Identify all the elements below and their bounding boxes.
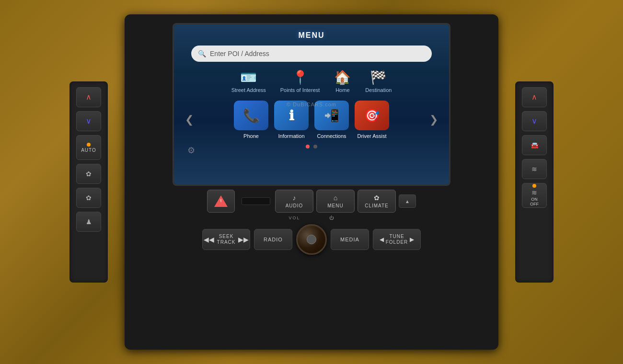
information-label: Information (278, 133, 304, 139)
seek-back-icon: ◀◀ (204, 236, 214, 243)
phone-icon-box: 📞 (234, 101, 268, 130)
dot-2 (313, 145, 317, 148)
radio-button[interactable]: RADIO (254, 229, 292, 250)
fan2-icon: ✿ (86, 194, 92, 202)
menu-label: MENU (327, 203, 343, 208)
street-address-button[interactable]: 🪪 Street Address (231, 69, 266, 93)
auto-label: AUTO (81, 148, 96, 153)
menu-button[interactable]: ⌂ MENU (316, 190, 355, 213)
right-down-button[interactable]: ∨ (522, 111, 547, 131)
information-app-button[interactable]: ℹ Information (274, 101, 309, 139)
tune-back-icon: ◀ (380, 236, 384, 243)
power-label: ⏻ (329, 216, 335, 220)
climate-label: CLIMATE (365, 203, 389, 208)
off-label: OFF (530, 202, 539, 207)
wood-panel: ∧ ∨ AUTO ✿ ✿ ♟ ∧ ∨ 🚘 ≋ (0, 0, 623, 364)
seek-fwd-icon: ▶▶ (238, 236, 249, 243)
driver-assist-label: Driver Assist (357, 133, 386, 139)
seek-track-button[interactable]: ◀◀ SEEKTRACK ▶▶ (202, 229, 250, 250)
right-arrow-button[interactable]: ❯ (428, 114, 439, 126)
left-arrow-button[interactable]: ❮ (184, 114, 195, 126)
hazard-button[interactable]: ! (207, 190, 235, 213)
left-up-button[interactable]: ∧ (76, 87, 101, 107)
app-row-container: ❮ 📞 Phone ℹ Information (184, 101, 439, 139)
eject-button[interactable]: ▲ (399, 194, 416, 208)
transport-controls-row: ◀◀ SEEKTRACK ▶▶ RADIO MEDIA ◀ TUN (173, 224, 450, 255)
front-defrost-icon: ≋ (531, 165, 537, 173)
tune-folder-label: TUNEFOLDER (386, 234, 408, 245)
information-icon: ℹ (289, 108, 294, 124)
media-button[interactable]: MEDIA (331, 229, 369, 250)
bottom-controls: ! ♪ AUDIO ⌂ MENU ✿ C (173, 190, 450, 255)
screen-title: MENU (298, 31, 324, 40)
screen-content: MENU 🔍 Enter POI / Address 🪪 Street Addr… (174, 24, 449, 184)
poi-label: Points of Interest (280, 87, 320, 93)
app-icons-row: 📞 Phone ℹ Information 📲 (199, 101, 424, 139)
fan1-icon: ✿ (86, 170, 92, 178)
seat-heat-button[interactable]: ♟ (76, 212, 101, 232)
destination-label: Destination (365, 87, 392, 93)
cd-slot (242, 197, 270, 205)
audio-label: AUDIO (286, 203, 303, 208)
connections-app-button[interactable]: 📲 Connections (314, 101, 349, 139)
menu-icon: ⌂ (334, 194, 337, 202)
phone-label: Phone (243, 133, 259, 139)
down-arrow-icon: ∨ (86, 117, 92, 125)
search-icon: 🔍 (198, 50, 206, 57)
up-arrow-icon: ∧ (86, 93, 92, 101)
eject-icon: ▲ (405, 199, 410, 204)
right-up-arrow-icon: ∧ (531, 93, 537, 101)
driver-assist-icon: 🎯 (364, 108, 380, 123)
right-climate-panel: ∧ ∨ 🚘 ≋ ≋ ON OFF (515, 81, 554, 283)
volume-knob-center (307, 235, 316, 244)
phone-icon: 📞 (243, 108, 260, 124)
points-of-interest-button[interactable]: 📍 Points of Interest (280, 69, 320, 93)
right-up-button[interactable]: ∧ (522, 87, 547, 107)
tune-fwd-icon: ▶ (410, 236, 414, 243)
page-dots (306, 145, 317, 148)
radio-label: RADIO (264, 237, 283, 242)
nav-icons-row: 🪪 Street Address 📍 Points of Interest 🏠 … (184, 68, 439, 95)
driver-assist-app-button[interactable]: 🎯 Driver Assist (355, 101, 389, 139)
volume-knob-container (296, 224, 327, 255)
home-button[interactable]: 🏠 Home (334, 69, 351, 93)
settings-icon[interactable]: ⚙ (187, 145, 195, 156)
rear-defrost-icon: ≋ (531, 189, 537, 196)
destination-button[interactable]: 🏁 Destination (365, 69, 392, 93)
street-address-icon: 🪪 (240, 69, 257, 85)
destination-icon: 🏁 (370, 69, 387, 85)
volume-knob[interactable] (296, 224, 327, 255)
home-icon: 🏠 (334, 69, 351, 85)
right-down-arrow-icon: ∨ (531, 117, 537, 125)
car-airflow-icon: 🚘 (531, 141, 539, 149)
fan1-button[interactable]: ✿ (76, 164, 101, 184)
rear-defrost-button[interactable]: ≋ ON OFF (522, 183, 547, 208)
front-defrost-button[interactable]: ≋ (522, 159, 547, 179)
auto-button[interactable]: AUTO (76, 135, 101, 160)
search-bar[interactable]: 🔍 Enter POI / Address (191, 46, 432, 62)
phone-app-button[interactable]: 📞 Phone (234, 101, 268, 139)
rear-defrost-indicator (532, 184, 536, 188)
search-input-text[interactable]: Enter POI / Address (210, 50, 269, 57)
center-unit: MENU 🔍 Enter POI / Address 🪪 Street Addr… (125, 14, 498, 350)
audio-button[interactable]: ♪ AUDIO (275, 190, 313, 213)
car-airflow-button[interactable]: 🚘 (522, 135, 547, 155)
vol-label: VOL (288, 216, 300, 220)
street-address-label: Street Address (231, 87, 266, 93)
audio-icon: ♪ (293, 194, 296, 202)
seat-icon: ♟ (86, 218, 92, 226)
connections-label: Connections (317, 133, 346, 139)
driver-assist-icon-box: 🎯 (355, 101, 389, 130)
infotainment-screen[interactable]: MENU 🔍 Enter POI / Address 🪪 Street Addr… (173, 23, 450, 186)
seek-track-label: SEEKTRACK (217, 234, 236, 245)
left-down-button[interactable]: ∨ (76, 111, 101, 131)
home-label: Home (335, 87, 349, 93)
information-icon-box: ℹ (274, 101, 309, 130)
dot-1 (306, 145, 310, 148)
fan2-button[interactable]: ✿ (76, 188, 101, 208)
tune-folder-button[interactable]: ◀ TUNEFOLDER ▶ (373, 229, 421, 250)
auto-indicator (87, 143, 91, 147)
media-label: MEDIA (340, 237, 359, 242)
climate-button[interactable]: ✿ CLIMATE (358, 190, 396, 213)
left-climate-panel: ∧ ∨ AUTO ✿ ✿ ♟ (69, 81, 108, 283)
